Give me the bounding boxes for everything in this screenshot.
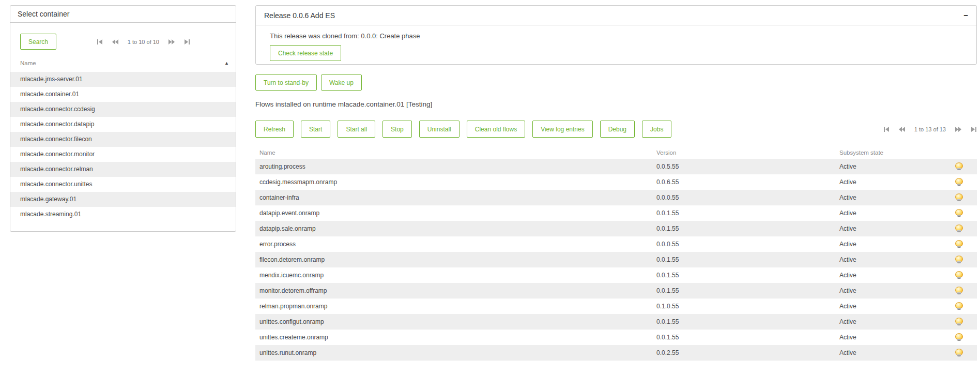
search-button[interactable]: Search <box>20 34 56 50</box>
flows-toolbar-button[interactable]: Stop <box>382 121 412 138</box>
flow-name: arouting.process <box>255 163 656 170</box>
flow-row[interactable]: filecon.detorem.onramp 0.0.1.55 Active <box>255 252 977 267</box>
flow-name: unittes.configut.onramp <box>255 318 656 325</box>
column-header-version[interactable]: Version <box>656 150 839 156</box>
last-page-icon[interactable] <box>184 39 190 45</box>
flow-version: 0.0.1.55 <box>656 256 839 263</box>
flow-subsystem-state: Active <box>839 178 941 186</box>
flow-subsystem-state: Active <box>839 256 941 263</box>
column-header-subsystem-state[interactable]: Subsystem state <box>839 150 941 156</box>
collapse-panel-icon[interactable]: − <box>963 11 968 19</box>
flow-subsystem-state: Active <box>839 163 941 170</box>
flow-name: container-infra <box>255 194 656 201</box>
wake-up-button[interactable]: Wake up <box>321 74 362 91</box>
flows-pagination: 1 to 13 of 13 <box>883 126 977 132</box>
container-list-item[interactable]: mlacade.connector.unittes <box>10 177 236 192</box>
flow-name: unittes.runut.onramp <box>255 349 656 356</box>
flow-name: datapip.sale.onramp <box>255 225 656 232</box>
previous-page-icon[interactable] <box>112 39 119 45</box>
previous-page-icon[interactable] <box>898 126 906 132</box>
flows-toolbar-button[interactable]: Start all <box>338 121 375 138</box>
flow-row[interactable]: unittes.runut.onramp 0.0.2.55 Active <box>255 345 977 361</box>
flow-subsystem-state: Active <box>839 241 941 248</box>
flows-toolbar-button[interactable]: Start <box>301 121 330 138</box>
check-release-state-button[interactable]: Check release state <box>270 45 341 61</box>
column-header-name[interactable]: Name <box>20 60 36 66</box>
container-list-item[interactable]: mlacade.connector.ccdesig <box>10 102 236 117</box>
flow-name: ccdesig.messmapm.onramp <box>255 178 656 186</box>
lightbulb-icon <box>955 240 963 248</box>
lightbulb-icon <box>955 271 963 279</box>
first-page-icon[interactable] <box>97 39 103 45</box>
flow-name: datapip.event.onramp <box>255 210 656 217</box>
flow-row[interactable]: ccdesig.messmapm.onramp 0.0.6.55 Active <box>255 174 977 190</box>
lightbulb-icon <box>955 302 963 310</box>
flows-toolbar-button[interactable]: Jobs <box>642 121 671 138</box>
flow-version: 0.0.1.55 <box>656 210 839 217</box>
flow-name: mendix.icuemc.onramp <box>255 272 656 279</box>
flow-subsystem-state: Active <box>839 287 941 294</box>
flow-state-icon-cell <box>941 256 977 264</box>
flow-state-icon-cell <box>941 193 977 202</box>
flow-state-icon-cell <box>941 240 977 248</box>
flow-subsystem-state: Active <box>839 272 941 279</box>
container-list: mlacade.jms-server.01 mlacade.container.… <box>10 72 236 222</box>
sort-ascending-icon[interactable]: ▲ <box>224 61 229 66</box>
lightbulb-icon <box>955 318 963 326</box>
panel-title: Select container <box>18 10 69 18</box>
flow-row[interactable]: datapip.sale.onramp 0.0.1.55 Active <box>255 221 977 236</box>
container-list-item[interactable]: mlacade.connector.monitor <box>10 147 236 162</box>
flows-toolbar-button[interactable]: Refresh <box>255 121 294 138</box>
flow-subsystem-state: Active <box>839 303 941 310</box>
flow-row[interactable]: relman.propman.onramp 0.1.0.55 Active <box>255 299 977 314</box>
flows-toolbar-row: Refresh Start Start all Stop Uninstall C… <box>255 121 977 138</box>
flow-version: 0.0.1.55 <box>656 272 839 279</box>
pagination-label: 1 to 13 of 13 <box>914 126 946 132</box>
flow-state-icon-cell <box>941 318 977 326</box>
flow-state-icon-cell <box>941 209 977 217</box>
flow-subsystem-state: Active <box>839 318 941 325</box>
flow-version: 0.0.1.55 <box>656 334 839 341</box>
lightbulb-icon <box>955 256 963 264</box>
container-list-item[interactable]: mlacade.connector.relman <box>10 162 236 177</box>
flow-row[interactable]: mendix.icuemc.onramp 0.0.1.55 Active <box>255 267 977 283</box>
container-list-item[interactable]: mlacade.container.01 <box>10 87 236 102</box>
flow-name: filecon.detorem.onramp <box>255 256 656 263</box>
container-list-item[interactable]: mlacade.connector.datapip <box>10 117 236 132</box>
container-list-item[interactable]: mlacade.gateway.01 <box>10 192 236 207</box>
flow-name: error.process <box>255 241 656 248</box>
next-page-icon[interactable] <box>168 39 175 45</box>
flow-row[interactable]: datapip.event.onramp 0.0.1.55 Active <box>255 205 977 221</box>
flow-version: 0.0.1.55 <box>656 287 839 294</box>
container-list-item[interactable]: mlacade.jms-server.01 <box>10 72 236 87</box>
release-panel-body: This release was cloned from: 0.0.0: Cre… <box>256 25 976 61</box>
flow-row[interactable]: unittes.createme.onramp 0.0.1.55 Active <box>255 330 977 345</box>
flows-toolbar-button[interactable]: View log entries <box>532 121 593 138</box>
lightbulb-icon <box>955 209 963 217</box>
flow-row[interactable]: error.process 0.0.0.55 Active <box>255 236 977 252</box>
flow-state-icon-cell <box>941 178 977 186</box>
flow-state-icon-cell <box>941 349 977 357</box>
flows-toolbar-button[interactable]: Clean old flows <box>467 121 525 138</box>
flow-row[interactable]: monitor.detorem.offramp 0.0.1.55 Active <box>255 283 977 299</box>
column-header-name[interactable]: Name <box>255 150 656 156</box>
lightbulb-icon <box>955 193 963 202</box>
flows-toolbar-button[interactable]: Debug <box>600 121 635 138</box>
flow-row[interactable]: container-infra 0.0.0.55 Active <box>255 190 977 205</box>
flow-subsystem-state: Active <box>839 194 941 201</box>
container-list-item[interactable]: mlacade.streaming.01 <box>10 207 236 222</box>
flows-toolbar-button[interactable]: Uninstall <box>419 121 460 138</box>
last-page-icon[interactable] <box>971 126 977 132</box>
next-page-icon[interactable] <box>955 126 962 132</box>
flow-row[interactable]: unittes.configut.onramp 0.0.1.55 Active <box>255 314 977 330</box>
container-list-item[interactable]: mlacade.connector.filecon <box>10 132 236 147</box>
flow-version: 0.0.6.55 <box>656 178 839 186</box>
first-page-icon[interactable] <box>883 126 890 132</box>
flow-name: monitor.detorem.offramp <box>255 287 656 294</box>
release-panel: Release 0.0.6 Add ES − This release was … <box>255 5 977 65</box>
release-title: Release 0.0.6 Add ES <box>264 11 335 20</box>
flows-heading: Flows installed on runtime mlacade.conta… <box>255 100 432 108</box>
flow-state-icon-cell <box>941 271 977 279</box>
turn-to-standby-button[interactable]: Turn to stand-by <box>255 74 317 91</box>
flow-row[interactable]: arouting.process 0.0.5.55 Active <box>255 159 977 174</box>
